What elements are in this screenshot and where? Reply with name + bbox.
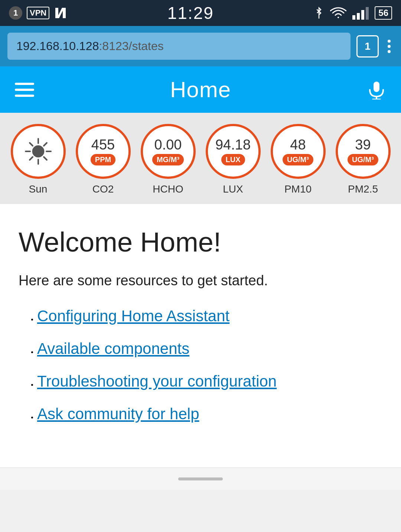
resource-list: Configuring Home Assistant Available com… xyxy=(19,307,382,423)
svg-rect-2 xyxy=(361,10,364,20)
svg-rect-0 xyxy=(352,15,355,20)
list-item: Configuring Home Assistant xyxy=(37,307,382,325)
svg-rect-3 xyxy=(366,7,369,20)
sensor-label-pm10: PM10 xyxy=(284,183,312,195)
sensor-unit-hcho: MG/M³ xyxy=(152,154,184,165)
svg-line-13 xyxy=(44,157,47,160)
sensor-value-lux: 94.18 xyxy=(215,137,251,153)
welcome-title: Welcome Home! xyxy=(19,226,382,258)
bottom-bar xyxy=(0,467,401,490)
list-item: Ask community for help xyxy=(37,405,382,423)
sensor-item-hcho[interactable]: 0.00 MG/M³ HCHO xyxy=(139,124,197,195)
svg-point-7 xyxy=(32,145,44,157)
status-time: 11:29 xyxy=(167,3,214,23)
bottom-handle xyxy=(178,477,223,480)
microphone-icon[interactable] xyxy=(367,80,386,99)
browser-menu-button[interactable] xyxy=(385,38,394,55)
link-configuring-ha[interactable]: Configuring Home Assistant xyxy=(37,307,229,325)
app-title: Home xyxy=(170,77,231,102)
svg-rect-4 xyxy=(374,82,379,92)
sensor-strip: Sun 455 PPM CO2 0.00 MG/M³ HCHO 94.18 LU… xyxy=(0,113,401,204)
list-item: Troubleshooting your configuration xyxy=(37,372,382,390)
app-header: Home xyxy=(0,66,401,113)
list-item: Available components xyxy=(37,340,382,358)
sensor-circle-co2: 455 PPM xyxy=(76,124,131,179)
link-ask-community[interactable]: Ask community for help xyxy=(37,405,199,423)
bluetooth-icon xyxy=(314,6,324,20)
notification-badge: 1 xyxy=(9,6,22,20)
browser-bar: 192.168.10.128:8123/states 1 xyxy=(0,26,401,66)
url-host: 192.168.10.128 xyxy=(16,39,99,53)
battery-badge: 56 xyxy=(375,6,392,20)
sensor-value-hcho: 0.00 xyxy=(154,137,182,153)
svg-rect-1 xyxy=(357,13,360,20)
sensor-item-lux[interactable]: 94.18 LUX LUX xyxy=(204,124,262,195)
sensor-circle-lux: 94.18 LUX xyxy=(206,124,261,179)
wifi-icon xyxy=(330,6,346,20)
sensor-item-pm25[interactable]: 39 UG/M³ PM2.5 xyxy=(334,124,392,195)
sensor-item-co2[interactable]: 455 PPM CO2 xyxy=(74,124,132,195)
sensor-unit-co2: PPM xyxy=(91,154,115,165)
svg-line-12 xyxy=(30,143,33,146)
sensor-label-hcho: HCHO xyxy=(153,183,183,195)
signal-icon xyxy=(352,6,369,20)
sensor-unit-pm10: UG/M³ xyxy=(283,154,313,165)
status-bar: 1 VPN 11:29 56 xyxy=(0,0,401,26)
sun-icon xyxy=(23,137,53,166)
sensor-label-pm25: PM2.5 xyxy=(348,183,378,195)
sensor-value-pm10: 48 xyxy=(290,137,306,153)
vpn-badge: VPN xyxy=(27,7,49,19)
sensor-circle-pm10: 48 UG/M³ xyxy=(271,124,326,179)
url-bar[interactable]: 192.168.10.128:8123/states xyxy=(7,33,351,60)
sensor-circle-pm25: 39 UG/M³ xyxy=(336,124,391,179)
status-bar-left: 1 VPN xyxy=(9,6,67,20)
status-bar-right: 56 xyxy=(314,6,392,20)
sensor-label-co2: CO2 xyxy=(92,183,114,195)
url-port: :8123/states xyxy=(99,39,163,53)
sensor-unit-lux: LUX xyxy=(221,154,245,165)
link-available-components[interactable]: Available components xyxy=(37,340,189,357)
svg-line-14 xyxy=(44,143,47,146)
sensor-circle-hcho: 0.00 MG/M³ xyxy=(141,124,196,179)
sensor-value-co2: 455 xyxy=(91,137,115,153)
link-troubleshooting[interactable]: Troubleshooting your configuration xyxy=(37,372,277,390)
sensor-item-sun[interactable]: Sun xyxy=(9,124,67,195)
sensor-label-sun: Sun xyxy=(29,183,48,195)
tab-count-button[interactable]: 1 xyxy=(356,35,379,58)
hamburger-menu-button[interactable] xyxy=(15,83,34,97)
sensor-item-pm10[interactable]: 48 UG/M³ PM10 xyxy=(269,124,327,195)
content-area: Welcome Home! Here are some resources to… xyxy=(0,204,401,467)
sensor-label-lux: LUX xyxy=(223,183,243,195)
svg-line-15 xyxy=(30,157,33,160)
welcome-subtitle: Here are some resources to get started. xyxy=(19,273,382,289)
sensor-circle-sun xyxy=(11,124,66,179)
sensor-value-pm25: 39 xyxy=(355,137,371,153)
sensor-unit-pm25: UG/M³ xyxy=(348,154,378,165)
n-icon xyxy=(54,6,67,20)
